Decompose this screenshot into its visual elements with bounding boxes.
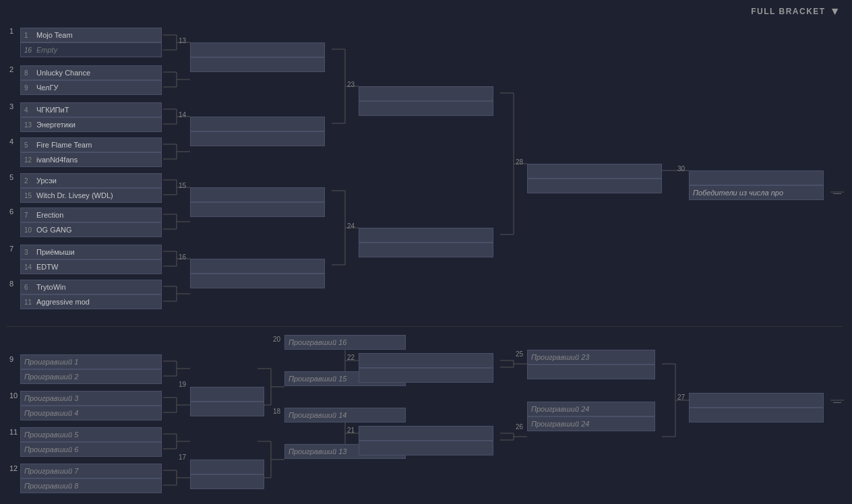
loser-7: Проигравший 7 <box>20 464 162 478</box>
full-bracket-label: FULL BRACKET <box>751 7 825 16</box>
team-erection: 7 Erection <box>20 208 162 222</box>
team-energetiki: 13 Энергетики <box>20 117 162 132</box>
loser-4: Проигравший 4 <box>20 406 162 420</box>
match-label-27: 27 <box>677 393 685 401</box>
team-oggang: 10 OG GANG <box>20 222 162 237</box>
match-27-t <box>689 393 824 408</box>
team-trytowin: 6 TrytoWin <box>20 280 162 294</box>
match-label-17: 17 <box>179 453 186 461</box>
team-chelgu: 9 ЧелГУ <box>20 80 162 95</box>
team-witch: 15 Witch Dr. Livsey (WDL) <box>20 188 162 203</box>
match-winner-placeholder: Победители из числа про <box>689 185 824 200</box>
team-mojo: 1 Mojo Team <box>20 28 162 42</box>
group-label-4: 4 <box>9 137 13 146</box>
group-label-3: 3 <box>9 102 13 111</box>
lower-separator <box>7 326 843 327</box>
match-label-15: 15 <box>179 182 186 189</box>
team-name: Приёмыши <box>36 248 75 256</box>
team-name: ЧГКИПиТ <box>36 106 69 114</box>
team-name: ivanNd4fans <box>36 156 78 164</box>
loser-14-label: Проигравший 14 <box>288 411 346 419</box>
loser-3: Проигравший 3 <box>20 391 162 406</box>
chevron-down-icon: ▼ <box>830 5 841 18</box>
match-label-13: 13 <box>179 37 186 44</box>
team-name: Unlucky Chance <box>36 69 90 77</box>
loser-5: Проигравший 5 <box>20 427 162 442</box>
team-fireflame: 5 Fire Flame Team <box>20 137 162 152</box>
group-label-11: 11 <box>9 428 18 436</box>
full-bracket-button[interactable]: FULL BRACKET ▼ <box>751 5 841 18</box>
match-label-16: 16 <box>179 253 186 261</box>
match-15-bot <box>190 202 325 217</box>
final-arrow: — <box>833 189 841 198</box>
match-14-top <box>190 117 325 131</box>
lower-final-arrow: — <box>833 398 841 407</box>
team-ursei: 2 Урсэи <box>20 173 162 188</box>
match-25-loser23: Проигравший 23 <box>527 350 655 365</box>
group-label-6: 6 <box>9 208 13 216</box>
match-23-top <box>359 86 493 101</box>
match-label-26: 26 <box>516 423 523 431</box>
team-name: Aggressive mod <box>36 298 90 306</box>
loser-2: Проигравший 2 <box>20 369 162 384</box>
match-17-t <box>190 460 264 474</box>
team-name: OG GANG <box>36 226 72 234</box>
match-label-22: 22 <box>347 354 355 361</box>
match-label-24: 24 <box>347 222 355 230</box>
match-19-t <box>190 387 264 402</box>
match-26-b: Проигравший 24 <box>527 416 655 431</box>
match-label-18: 18 <box>273 408 280 415</box>
match-19-b <box>190 402 264 416</box>
group-label-5: 5 <box>9 173 13 181</box>
match-24-top <box>359 228 493 243</box>
match-28-bot <box>527 179 662 193</box>
team-priemyshy: 3 Приёмыши <box>20 245 162 259</box>
team-name: ЧелГУ <box>36 84 58 92</box>
team-name: Fire Flame Team <box>36 141 92 149</box>
match-16-bot <box>190 274 325 288</box>
match-label-28: 28 <box>516 158 523 166</box>
match-30-top <box>689 170 824 185</box>
team-unlucky: 8 Unlucky Chance <box>20 65 162 80</box>
loser-6: Проигравший 6 <box>20 442 162 457</box>
match-label-20: 20 <box>273 336 280 343</box>
match-20-loser16: Проигравший 16 <box>284 335 406 350</box>
match-16-top <box>190 259 325 274</box>
match-27-b <box>689 408 824 422</box>
team-name: Empty <box>36 46 57 54</box>
group-label-7: 7 <box>9 245 13 253</box>
group-label-8: 8 <box>9 280 13 288</box>
match-label-25: 25 <box>516 350 523 358</box>
match-17-b <box>190 474 264 489</box>
match-22-t <box>359 353 493 368</box>
team-empty: 16 Empty <box>20 42 162 57</box>
match-13-bot <box>190 57 325 72</box>
team-chgkipit: 4 ЧГКИПиТ <box>20 102 162 117</box>
team-name: EDTW <box>36 263 58 271</box>
group-label-10: 10 <box>9 391 18 400</box>
match-23-bot <box>359 101 493 116</box>
match-25-b <box>527 365 655 379</box>
team-ivannd4fans: 12 ivanNd4fans <box>20 152 162 167</box>
seed-1: 1 <box>24 32 34 39</box>
loser-1: Проигравший 1 <box>20 354 162 369</box>
match-13-top <box>190 42 325 57</box>
match-18-loser14: Проигравший 14 <box>284 408 406 422</box>
match-15-top <box>190 187 325 202</box>
match-label-14: 14 <box>179 111 186 119</box>
match-label-19: 19 <box>179 381 186 388</box>
team-name: Mojo Team <box>36 31 73 39</box>
loser-15-label: Проигравший 15 <box>288 375 346 383</box>
team-name: Witch Dr. Livsey (WDL) <box>36 191 113 199</box>
team-aggressive: 11 Aggressive mod <box>20 294 162 309</box>
group-label-9: 9 <box>9 355 13 363</box>
team-name: Энергетики <box>36 121 75 129</box>
loser-24-b: Проигравший 24 <box>531 420 589 428</box>
match-21-t <box>359 426 493 441</box>
team-name: Урсэи <box>36 177 57 185</box>
match-label-21: 21 <box>347 427 355 434</box>
team-name: Erection <box>36 211 63 219</box>
match-label-30: 30 <box>677 165 685 172</box>
match-24-bot <box>359 243 493 257</box>
loser-8: Проигравший 8 <box>20 478 162 493</box>
